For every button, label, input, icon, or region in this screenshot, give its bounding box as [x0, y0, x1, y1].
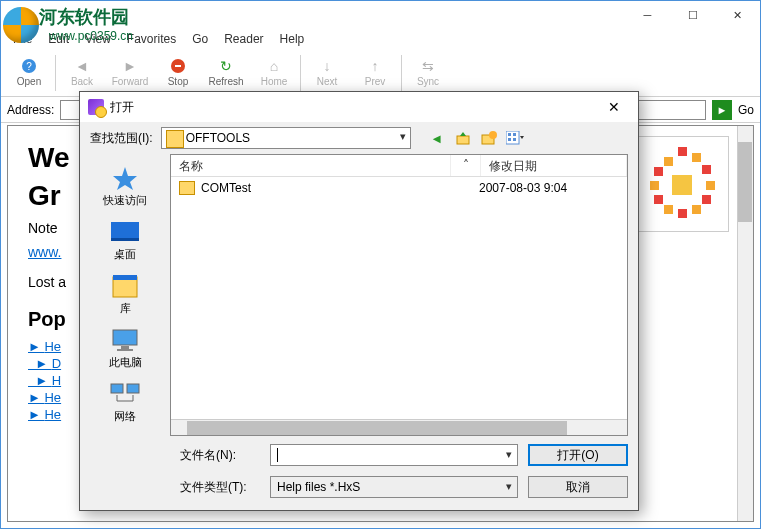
filename-input[interactable]: [270, 444, 518, 466]
link-item[interactable]: D: [52, 356, 61, 371]
toolbar-forward: ►Forward: [106, 51, 154, 95]
filetype-label: 文件类型(T):: [180, 479, 260, 496]
star-icon: [109, 165, 141, 191]
library-icon: [109, 273, 141, 299]
nav-views-icon[interactable]: [505, 128, 525, 148]
toolbar-sep: [55, 55, 56, 91]
column-name[interactable]: 名称: [171, 155, 451, 176]
toolbar-refresh[interactable]: ↻Refresh: [202, 51, 250, 95]
link-item[interactable]: He: [44, 339, 61, 354]
toolbar-sep: [300, 55, 301, 91]
svg-rect-7: [506, 131, 519, 144]
file-list-area[interactable]: 名称 ˄ 修改日期 COMTest 2007-08-03 9:04: [170, 154, 628, 436]
column-date[interactable]: 修改日期: [481, 155, 627, 176]
menu-favorites[interactable]: Favorites: [121, 30, 182, 48]
address-label: Address:: [7, 103, 54, 117]
menu-view[interactable]: View: [79, 30, 117, 48]
column-sort-icon: ˄: [451, 155, 481, 176]
nav-back-icon[interactable]: ◄: [427, 128, 447, 148]
place-quickaccess[interactable]: 快速访问: [85, 160, 165, 212]
prev-icon: ↑: [367, 58, 383, 74]
look-in-label: 查找范围(I):: [90, 130, 153, 147]
svg-rect-4: [457, 136, 469, 144]
open-button[interactable]: 打开(O): [528, 444, 628, 466]
www-link[interactable]: www.: [28, 244, 61, 260]
menu-bar: File Edit View Favorites Go Reader Help: [1, 29, 760, 49]
toolbar-back: ◄Back: [58, 51, 106, 95]
place-network[interactable]: 网络: [85, 376, 165, 428]
horizontal-scrollbar[interactable]: [171, 419, 627, 435]
look-in-row: 查找范围(I): OFFTOOLS ◄: [80, 122, 638, 154]
toolbar-prev: ↑Prev: [351, 51, 399, 95]
refresh-icon: ↻: [218, 58, 234, 74]
scrollbar-thumb[interactable]: [187, 421, 567, 435]
forward-icon: ►: [122, 58, 138, 74]
link-item[interactable]: H: [52, 373, 61, 388]
toolbar-home: ⌂Home: [250, 51, 298, 95]
svg-rect-9: [513, 133, 516, 136]
place-libraries[interactable]: 库: [85, 268, 165, 320]
sync-icon: ⇆: [420, 58, 436, 74]
dialog-titlebar[interactable]: 打开 ✕: [80, 92, 638, 122]
close-button[interactable]: ✕: [715, 1, 760, 29]
window-titlebar: ─ ☐ ✕: [1, 1, 760, 29]
link-item[interactable]: He: [44, 407, 61, 422]
places-bar: 快速访问 桌面 库 此电脑 网络: [80, 154, 170, 436]
look-in-combo[interactable]: OFFTOOLS: [161, 127, 411, 149]
filetype-combo[interactable]: Help files *.HxS: [270, 476, 518, 498]
go-label: Go: [738, 103, 754, 117]
toolbar-open[interactable]: ? Open: [5, 51, 53, 95]
svg-rect-19: [111, 384, 123, 393]
place-desktop[interactable]: 桌面: [85, 214, 165, 266]
home-icon: ⌂: [266, 58, 282, 74]
cancel-button[interactable]: 取消: [528, 476, 628, 498]
pc-icon: [109, 327, 141, 353]
svg-rect-12: [111, 222, 139, 240]
svg-rect-15: [113, 275, 137, 280]
folder-icon: [179, 181, 195, 195]
file-list-header[interactable]: 名称 ˄ 修改日期: [171, 155, 627, 177]
filename-label: 文件名(N):: [180, 447, 260, 464]
dialog-title: 打开: [110, 99, 592, 116]
network-icon: [109, 381, 141, 407]
nav-up-icon[interactable]: [453, 128, 473, 148]
toolbar: ? Open ◄Back ►Forward Stop ↻Refresh ⌂Hom…: [1, 49, 760, 97]
next-icon: ↓: [319, 58, 335, 74]
decorative-image: [633, 136, 729, 232]
open-icon: ?: [21, 58, 37, 74]
svg-rect-17: [121, 346, 129, 349]
back-icon: ◄: [74, 58, 90, 74]
svg-rect-16: [113, 330, 137, 345]
link-item[interactable]: He: [44, 390, 61, 405]
open-file-dialog: 打开 ✕ 查找范围(I): OFFTOOLS ◄ 快速访问 桌: [79, 91, 639, 511]
toolbar-sync: ⇆Sync: [404, 51, 452, 95]
place-thispc[interactable]: 此电脑: [85, 322, 165, 374]
svg-text:?: ?: [26, 61, 32, 72]
toolbar-next: ↓Next: [303, 51, 351, 95]
svg-rect-10: [508, 138, 511, 141]
svg-rect-8: [508, 133, 511, 136]
desktop-icon: [109, 219, 141, 245]
menu-go[interactable]: Go: [186, 30, 214, 48]
menu-help[interactable]: Help: [274, 30, 311, 48]
stop-icon: [170, 58, 186, 74]
menu-reader[interactable]: Reader: [218, 30, 269, 48]
svg-point-6: [489, 131, 497, 139]
menu-file[interactable]: File: [7, 30, 38, 48]
nav-newfolder-icon[interactable]: [479, 128, 499, 148]
go-button[interactable]: ►: [712, 100, 732, 120]
file-row[interactable]: COMTest 2007-08-03 9:04: [171, 177, 627, 199]
minimize-button[interactable]: ─: [625, 1, 670, 29]
dialog-close-button[interactable]: ✕: [598, 99, 630, 115]
svg-rect-20: [127, 384, 139, 393]
lost-text: Lost a: [28, 274, 66, 290]
svg-rect-18: [117, 349, 133, 351]
maximize-button[interactable]: ☐: [670, 1, 715, 29]
note-text: Note: [28, 220, 58, 236]
file-date: 2007-08-03 9:04: [479, 181, 567, 195]
svg-rect-3: [175, 65, 181, 67]
dialog-icon: [88, 99, 104, 115]
toolbar-sep: [401, 55, 402, 91]
menu-edit[interactable]: Edit: [42, 30, 75, 48]
toolbar-stop[interactable]: Stop: [154, 51, 202, 95]
